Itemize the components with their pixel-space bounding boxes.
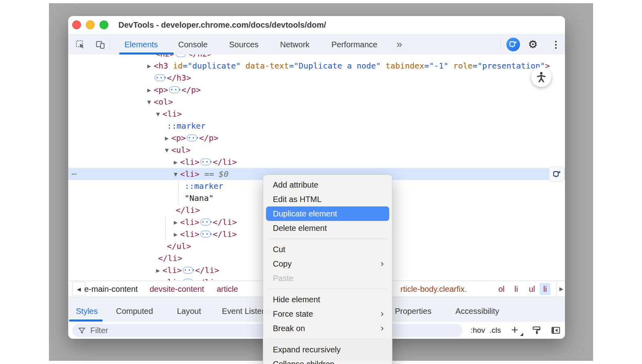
breadcrumb-ol[interactable]: ol — [498, 281, 505, 297]
code-token-tag: <h2> — [155, 55, 175, 59]
code-token-tag: <ol> — [154, 97, 173, 107]
collapsed-arrow-icon[interactable]: ▶ — [174, 229, 180, 241]
collapsed-content-ellipsis[interactable]: ··· — [200, 158, 211, 166]
device-toolbar-icon[interactable] — [95, 40, 105, 49]
collapsed-content-ellipsis[interactable]: ··· — [200, 231, 211, 238]
breadcrumb-li-selected[interactable]: li — [540, 283, 551, 295]
breadcrumb-ul[interactable]: ul — [529, 281, 535, 297]
title-bar: DevTools - developer.chrome.com/docs/dev… — [68, 16, 565, 34]
code-token-meta: == — [199, 169, 219, 179]
menu-divider — [269, 339, 386, 339]
collapsed-content-ellipsis[interactable]: ··· — [154, 74, 165, 81]
menu-item-delete-element[interactable]: Delete element — [266, 221, 389, 235]
new-style-rule-button[interactable]: + — [511, 322, 518, 338]
settings-gear-icon[interactable]: ⚙ — [528, 34, 538, 55]
code-token-tag: <li> — [180, 169, 199, 179]
tab-console[interactable]: Console — [178, 34, 207, 55]
breadcrumb-devsite-content[interactable]: devsite-content — [150, 281, 204, 297]
collapsed-arrow-icon[interactable]: ▶ — [147, 84, 154, 96]
filter-input[interactable] — [89, 326, 219, 336]
collapsed-content-ellipsis[interactable]: ··· — [200, 218, 211, 226]
toggle-sidebar-icon[interactable] — [551, 326, 561, 335]
menu-item-expand-recursively[interactable]: Expand recursively — [266, 342, 389, 357]
subtab-styles[interactable]: Styles — [76, 301, 98, 321]
tab-performance[interactable]: Performance — [331, 34, 378, 55]
subtab-accessibility[interactable]: Accessibility — [455, 301, 499, 321]
dom-row[interactable]: ▶<h3 id="duplicate" data-text="Duplicate… — [68, 60, 565, 72]
code-token-val: ="duplicate" — [183, 61, 241, 71]
element-classes-button[interactable]: .cls — [490, 322, 501, 339]
breadcrumb-scroll-left-button[interactable]: ◀ — [72, 282, 85, 296]
menu-item-edit-as-html[interactable]: Edit as HTML — [266, 192, 389, 206]
expanded-arrow-icon[interactable]: ▼ — [174, 168, 180, 180]
toolbar-separator — [110, 39, 110, 50]
filter-funnel-icon — [78, 327, 86, 335]
more-options-icon[interactable]: ⋮ — [551, 34, 561, 55]
code-token-attr: tabindex — [381, 61, 424, 71]
collapsed-content-ellipsis[interactable]: ··· — [183, 267, 193, 274]
expanded-arrow-icon[interactable]: ▼ — [165, 144, 171, 156]
minimize-window-button[interactable] — [86, 20, 95, 29]
collapsed-arrow-icon[interactable]: ▶ — [156, 277, 163, 281]
collapsed-arrow-icon[interactable]: ▶ — [174, 216, 180, 229]
collapsed-arrow-icon[interactable]: ▶ — [174, 156, 180, 168]
dom-row[interactable]: ▼<ol> — [68, 96, 565, 108]
menu-item-force-state[interactable]: Force state› — [266, 307, 389, 321]
menu-item-hide-element[interactable]: Hide element — [266, 292, 389, 307]
collapsed-arrow-icon[interactable]: ▶ — [165, 132, 171, 144]
code-token-tag: </li> — [195, 277, 219, 281]
subtab-properties[interactable]: Properties — [395, 301, 431, 321]
breadcrumb-rticle-body-clearfix[interactable]: rticle-body.clearfix. — [400, 281, 467, 297]
dom-row[interactable]: <h2>···</h2> — [68, 55, 565, 60]
collapsed-arrow-icon[interactable]: ▶ — [147, 60, 154, 72]
expanded-arrow-icon[interactable]: ▼ — [147, 96, 154, 108]
more-tabs-icon[interactable]: » — [396, 34, 401, 54]
code-token-val: ="presentation" — [473, 61, 545, 71]
inspect-element-icon[interactable] — [75, 40, 85, 49]
ai-assistance-icon[interactable] — [506, 38, 520, 51]
expanded-arrow-icon[interactable]: ▼ — [156, 108, 163, 120]
collapsed-content-ellipsis[interactable]: ··· — [169, 86, 180, 93]
collapsed-arrow-icon[interactable]: ▶ — [156, 265, 163, 277]
code-token-tag: </li> — [213, 217, 237, 227]
accessibility-helper-button[interactable] — [531, 67, 551, 87]
context-menu: Add attributeEdit as HTMLDuplicate eleme… — [263, 174, 392, 364]
tab-elements[interactable]: Elements — [124, 34, 158, 55]
breadcrumb-scroll-right-button[interactable]: ▶ — [556, 281, 565, 297]
tab-network[interactable]: Network — [280, 34, 309, 55]
menu-item-cut[interactable]: Cut — [266, 242, 389, 257]
code-token-tag: <p> — [171, 133, 186, 143]
code-token-tag: <li> — [180, 229, 199, 239]
dom-row[interactable]: ▼<ul> — [68, 144, 565, 156]
close-window-button[interactable] — [72, 20, 81, 29]
dom-row[interactable]: ▼<li> — [68, 108, 565, 120]
menu-item-add-attribute[interactable]: Add attribute — [266, 178, 389, 192]
dom-row[interactable]: ···</h3> — [68, 72, 565, 84]
submenu-arrow-icon: › — [381, 321, 384, 336]
rendering-brush-icon[interactable] — [532, 326, 541, 335]
window-title: DevTools - developer.chrome.com/docs/dev… — [118, 16, 326, 34]
subtab-computed[interactable]: Computed — [116, 301, 153, 321]
menu-item-break-on[interactable]: Break on› — [266, 321, 389, 336]
dom-row[interactable]: ::marker — [68, 120, 565, 132]
breadcrumb-article[interactable]: article — [217, 281, 238, 297]
dom-row[interactable]: ▶<li>···</li> — [68, 156, 565, 168]
submenu-arrow-icon: › — [381, 307, 384, 321]
toggle-element-state-button[interactable]: :hov — [471, 322, 485, 339]
code-token-tag: <li> — [163, 265, 182, 275]
subtab-layout[interactable]: Layout — [177, 301, 201, 321]
zoom-window-button[interactable] — [100, 20, 108, 29]
collapsed-content-ellipsis[interactable]: ··· — [187, 134, 197, 142]
breadcrumb-li[interactable]: li — [514, 281, 518, 297]
collapsed-content-ellipsis[interactable]: ··· — [175, 55, 186, 57]
dom-row[interactable]: ▶<p>···</p> — [68, 132, 565, 144]
submenu-arrow-icon: › — [381, 257, 384, 271]
dom-row[interactable]: ▶<p>···</p> — [68, 84, 565, 96]
row-more-actions-dots[interactable]: ⋯ — [71, 168, 77, 180]
menu-item-duplicate-element[interactable]: Duplicate element — [266, 206, 389, 221]
tab-sources[interactable]: Sources — [229, 34, 258, 55]
breadcrumb-e-main-content[interactable]: e-main-content — [84, 281, 138, 297]
code-token-val: ="Duplicate a node" — [289, 61, 381, 71]
menu-item-copy[interactable]: Copy› — [266, 257, 389, 271]
menu-item-collapse-children[interactable]: Collapse children — [266, 357, 389, 364]
